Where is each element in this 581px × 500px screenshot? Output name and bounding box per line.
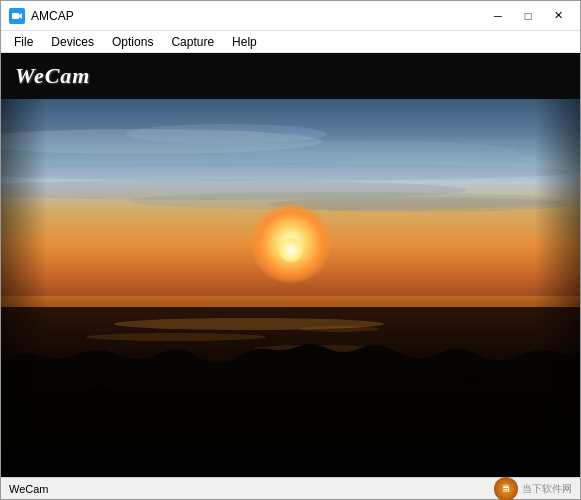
dark-patch-2 xyxy=(88,386,113,394)
watermark: 当 当下软件网 xyxy=(494,477,572,501)
menu-capture[interactable]: Capture xyxy=(162,32,223,52)
menu-bar: File Devices Options Capture Help xyxy=(1,31,580,53)
menu-file[interactable]: File xyxy=(5,32,42,52)
sun-core xyxy=(279,238,303,262)
video-area xyxy=(1,99,580,477)
camera-status: WeCam xyxy=(9,483,49,495)
side-vignette-right xyxy=(534,99,580,477)
side-vignette-left xyxy=(1,99,47,477)
window-controls: ─ □ ✕ xyxy=(484,6,572,26)
menu-devices[interactable]: Devices xyxy=(42,32,103,52)
minimize-button[interactable]: ─ xyxy=(484,6,512,26)
app-window: AMCAP ─ □ ✕ File Devices Options Capture… xyxy=(0,0,581,500)
main-content: WeCam xyxy=(1,53,580,477)
video-feed xyxy=(1,99,580,477)
maximize-button[interactable]: □ xyxy=(514,6,542,26)
terrain-silhouette xyxy=(1,318,580,394)
menu-options[interactable]: Options xyxy=(103,32,162,52)
logo-area: WeCam xyxy=(1,53,580,99)
close-button[interactable]: ✕ xyxy=(544,6,572,26)
status-bar: WeCam 当 当下软件网 xyxy=(1,477,580,499)
dark-patch-4 xyxy=(464,376,484,383)
svg-rect-0 xyxy=(12,13,19,19)
watermark-logo: 当 xyxy=(494,477,518,501)
app-logo: WeCam xyxy=(15,63,90,88)
menu-help[interactable]: Help xyxy=(223,32,266,52)
window-title: AMCAP xyxy=(31,9,484,23)
svg-marker-1 xyxy=(19,13,22,19)
watermark-text: 当下软件网 xyxy=(522,482,572,496)
title-bar: AMCAP ─ □ ✕ xyxy=(1,1,580,31)
app-icon xyxy=(9,8,25,24)
